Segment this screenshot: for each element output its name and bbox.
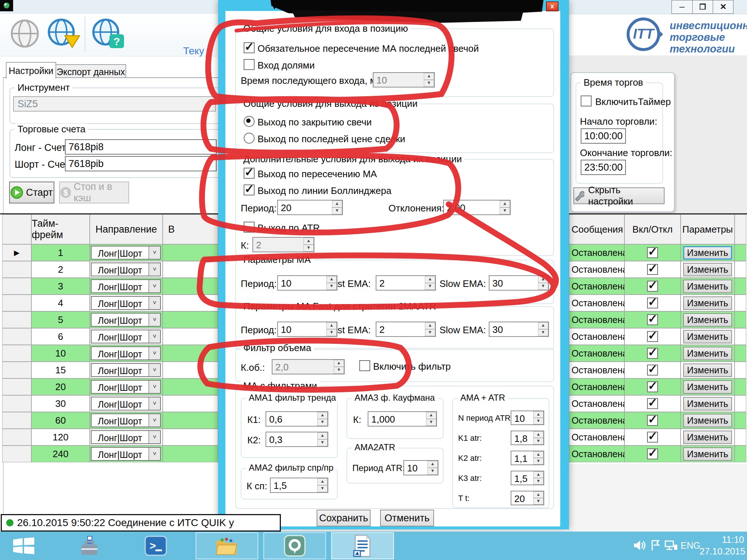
bb-deviation-spinner[interactable]: 2,00 ▲▼ bbox=[443, 200, 511, 215]
ma-fast-spinner[interactable]: 2 ▲▼ bbox=[376, 275, 436, 291]
edit-params-button[interactable]: Изменить bbox=[683, 296, 732, 310]
edit-params-button[interactable]: Изменить bbox=[683, 363, 732, 377]
next-entry-spinner[interactable]: 10 ▲▼ bbox=[373, 72, 435, 88]
tab-export[interactable]: Экспорт данных bbox=[55, 64, 126, 79]
enabled-checkbox[interactable] bbox=[647, 381, 658, 392]
spinner-buttons[interactable]: ▲▼ bbox=[317, 432, 328, 446]
ma-period-spinner[interactable]: 10 ▲▼ bbox=[277, 275, 337, 291]
enabled-checkbox[interactable] bbox=[647, 298, 658, 308]
edit-params-button[interactable]: Изменить bbox=[683, 280, 732, 293]
direction-dropdown[interactable]: Лонг|Шорт˅ bbox=[91, 397, 161, 411]
long-account-field[interactable]: 7618pi8 bbox=[65, 139, 217, 155]
server-manager-icon[interactable] bbox=[69, 534, 109, 557]
spinner-buttons[interactable]: ▲▼ bbox=[326, 322, 337, 336]
direction-dropdown[interactable]: Лонг|Шорт˅ bbox=[91, 296, 161, 310]
chevron-down-icon[interactable]: ˅ bbox=[148, 448, 160, 460]
notification-flag-icon[interactable] bbox=[651, 540, 660, 551]
chevron-down-icon[interactable]: ˅ bbox=[148, 347, 160, 359]
stop-button[interactable]: $ Стоп и в кэш bbox=[59, 182, 129, 203]
enabled-checkbox[interactable] bbox=[647, 247, 658, 258]
direction-dropdown[interactable]: Лонг|Шорт˅ bbox=[91, 363, 161, 377]
direction-dropdown[interactable]: Лонг|Шорт˅ bbox=[91, 413, 161, 427]
ama2-k-spinner[interactable]: 1,5 ▲▼ bbox=[270, 478, 328, 493]
spinner-buttons[interactable]: ▲▼ bbox=[538, 322, 548, 336]
chevron-down-icon[interactable]: ˅ bbox=[148, 280, 160, 292]
short-account-field[interactable]: 7618pib bbox=[65, 156, 217, 171]
ama-atr-row-spinner[interactable]: 20 ▲▼ bbox=[511, 491, 544, 505]
instrument-field[interactable]: SiZ5 bbox=[13, 96, 216, 112]
edit-params-button[interactable]: Изменить bbox=[683, 263, 732, 276]
powershell-icon[interactable]: > bbox=[136, 534, 176, 557]
chevron-down-icon[interactable]: ˅ bbox=[148, 364, 160, 376]
enabled-checkbox[interactable] bbox=[647, 331, 658, 342]
ama2atr-period-spinner[interactable]: 10 ▲▼ bbox=[403, 460, 438, 475]
enabled-checkbox[interactable] bbox=[647, 365, 658, 376]
direction-dropdown[interactable]: Лонг|Шорт˅ bbox=[91, 246, 161, 260]
start-button[interactable]: Старт bbox=[9, 182, 54, 203]
taskbar-frame-quik[interactable] bbox=[263, 532, 326, 559]
direction-dropdown[interactable]: Лонг|Шорт˅ bbox=[91, 279, 161, 293]
spinner-buttons[interactable]: ▲▼ bbox=[533, 491, 543, 505]
ama1-k1-spinner[interactable]: 0,6 ▲▼ bbox=[266, 411, 328, 427]
edit-params-button[interactable]: Изменить bbox=[683, 397, 732, 411]
spinner-buttons[interactable]: ▲▼ bbox=[425, 276, 435, 290]
enabled-checkbox[interactable] bbox=[647, 314, 658, 325]
mafast-fast-spinner[interactable]: 2 ▲▼ bbox=[376, 322, 436, 337]
spinner-buttons[interactable]: ▲▼ bbox=[424, 73, 434, 87]
trade-start-field[interactable]: 10:00:00 bbox=[581, 128, 626, 144]
ama3-k-spinner[interactable]: 1,000 ▲▼ bbox=[368, 411, 437, 427]
chevron-down-icon[interactable]: ˅ bbox=[148, 246, 160, 259]
spinner-buttons[interactable]: ▲▼ bbox=[533, 471, 543, 485]
spinner-buttons[interactable]: ▲▼ bbox=[317, 478, 328, 492]
volume-k-spinner[interactable]: 2,0 ▲▼ bbox=[272, 359, 345, 374]
enabled-checkbox[interactable] bbox=[647, 264, 658, 275]
direction-dropdown[interactable]: Лонг|Шорт˅ bbox=[91, 262, 161, 276]
chevron-down-icon[interactable]: ˅ bbox=[148, 431, 160, 443]
edit-params-button[interactable]: Изменить bbox=[683, 313, 732, 327]
bb-period-spinner[interactable]: 20 ▲▼ bbox=[277, 200, 343, 215]
direction-dropdown[interactable]: Лонг|Шорт˅ bbox=[91, 447, 161, 461]
edit-params-button[interactable]: Изменить bbox=[683, 330, 732, 343]
spinner-buttons[interactable]: ▲▼ bbox=[533, 431, 543, 444]
chevron-down-icon[interactable]: ˅ bbox=[148, 263, 160, 276]
atr-k-spinner[interactable]: 2 ▲▼ bbox=[252, 237, 314, 252]
ama1-k2-spinner[interactable]: 0,3 ▲▼ bbox=[266, 432, 328, 447]
chevron-down-icon[interactable]: ˅ bbox=[148, 330, 160, 343]
network-icon[interactable] bbox=[665, 540, 678, 551]
tab-settings[interactable]: Настройки bbox=[6, 62, 56, 79]
spinner-buttons[interactable]: ▲▼ bbox=[332, 201, 342, 214]
direction-dropdown[interactable]: Лонг|Шорт˅ bbox=[91, 346, 161, 360]
trade-end-field[interactable]: 23:50:00 bbox=[581, 160, 626, 175]
edit-params-button[interactable]: Изменить bbox=[683, 380, 732, 394]
spinner-buttons[interactable]: ▲▼ bbox=[303, 238, 314, 252]
spinner-buttons[interactable]: ▲▼ bbox=[538, 276, 548, 290]
mafast-slow-spinner[interactable]: 30 ▲▼ bbox=[489, 322, 549, 337]
enabled-checkbox[interactable] bbox=[647, 281, 658, 292]
ama-atr-row-spinner[interactable]: 10 ▲▼ bbox=[511, 411, 544, 425]
ma-slow-spinner[interactable]: 30 ▲▼ bbox=[489, 275, 549, 291]
edit-params-button[interactable]: Изменить bbox=[683, 347, 732, 360]
mafast-period-spinner[interactable]: 10 ▲▼ bbox=[277, 322, 337, 337]
direction-dropdown[interactable]: Лонг|Шорт˅ bbox=[91, 380, 161, 394]
ama-atr-row-spinner[interactable]: 1,8 ▲▼ bbox=[511, 431, 544, 445]
direction-dropdown[interactable]: Лонг|Шорт˅ bbox=[91, 430, 161, 444]
spinner-buttons[interactable]: ▲▼ bbox=[500, 201, 510, 214]
direction-dropdown[interactable]: Лонг|Шорт˅ bbox=[91, 330, 161, 343]
spinner-buttons[interactable]: ▲▼ bbox=[427, 461, 438, 475]
ama-atr-row-spinner[interactable]: 1,1 ▲▼ bbox=[511, 451, 544, 465]
spinner-buttons[interactable]: ▲▼ bbox=[326, 276, 337, 290]
enabled-checkbox[interactable] bbox=[647, 348, 658, 359]
spinner-buttons[interactable]: ▲▼ bbox=[334, 360, 344, 374]
enabled-checkbox[interactable] bbox=[647, 398, 658, 409]
language-indicator[interactable]: ENG bbox=[681, 540, 700, 551]
save-button[interactable]: Сохранить bbox=[317, 510, 371, 526]
chevron-down-icon[interactable]: ˅ bbox=[148, 314, 160, 326]
enabled-checkbox[interactable] bbox=[647, 448, 658, 459]
start-button-taskbar[interactable] bbox=[7, 534, 40, 557]
taskbar-frame-explorer[interactable] bbox=[196, 532, 258, 559]
edit-params-button[interactable]: Изменить bbox=[683, 414, 732, 427]
chevron-down-icon[interactable]: ˅ bbox=[148, 381, 160, 393]
edit-params-button[interactable]: Изменить bbox=[683, 431, 732, 444]
volume-icon[interactable] bbox=[633, 540, 646, 551]
enabled-checkbox[interactable] bbox=[647, 415, 658, 426]
